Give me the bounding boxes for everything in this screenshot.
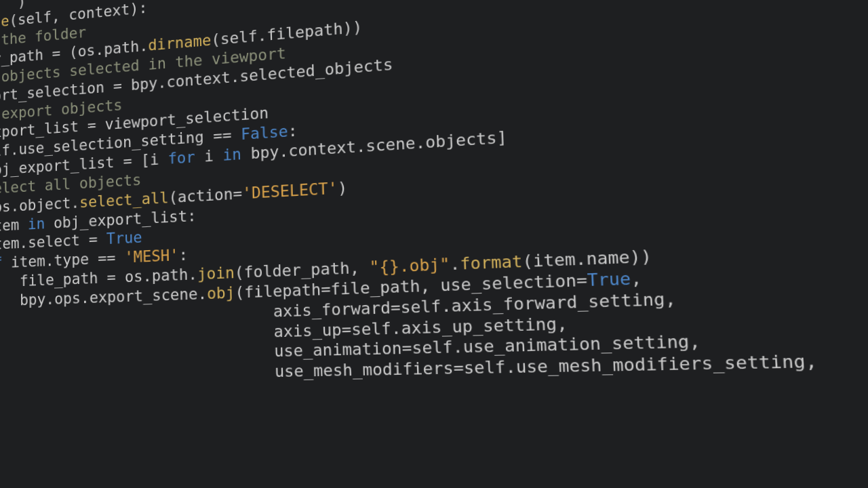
code-token: in (28, 214, 54, 232)
code-viewport: min=0.01, max=1000.0, default=1.0, )def … (0, 0, 868, 488)
code-token: in (222, 144, 251, 164)
code-token: 'MESH' (124, 246, 178, 266)
code-token: if (0, 253, 11, 272)
code-token: "{}.obj" (369, 254, 450, 277)
code-token: . (450, 254, 460, 274)
code-token: (action= (168, 184, 242, 207)
code-token: ) (18, 0, 26, 10)
code-token: item (0, 215, 28, 235)
code-token: join (197, 263, 235, 283)
code-token: True (106, 228, 142, 248)
code-token: False (241, 122, 288, 144)
code-token: for (167, 147, 204, 167)
code-token: ) (338, 178, 348, 197)
code-editor[interactable]: min=0.01, max=1000.0, default=1.0, )def … (0, 0, 868, 388)
code-token: : (178, 245, 188, 264)
code-token: format (460, 251, 523, 273)
code-token: , (630, 268, 642, 289)
code-token: i (204, 146, 223, 165)
code-token: True (587, 268, 631, 290)
code-token: obj (207, 283, 235, 303)
code-token: : (288, 121, 298, 140)
